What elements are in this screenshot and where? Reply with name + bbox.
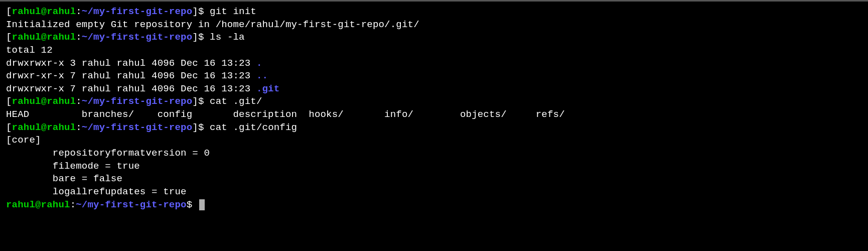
ls-row-3: drwxrwxr-x 7 rahul rahul 4096 Dec 16 13:… [6, 83, 862, 96]
user-host: rahul@rahul [12, 6, 76, 17]
cwd-path: ~/my-first-git-repo [76, 199, 186, 210]
bracket-open: [ [6, 32, 12, 43]
bracket-close: ] [192, 6, 198, 17]
bracket-close: ] [192, 32, 198, 43]
prompt-dollar: $ [187, 199, 198, 210]
cwd-path: ~/my-first-git-repo [82, 122, 192, 133]
ls-perms: drwxrwxr-x 7 rahul rahul 4096 Dec 16 13:… [6, 83, 256, 94]
prompt-colon: : [70, 199, 76, 210]
prompt-dollar: $ [198, 32, 210, 43]
bracket-open: [ [6, 96, 12, 107]
prompt-line-3: [rahul@rahul:~/my-first-git-repo]$ cat .… [6, 95, 862, 108]
command-text: cat .git/config [210, 122, 297, 133]
ls-dir-name: .git [256, 83, 279, 94]
prompt-dollar: $ [198, 122, 210, 133]
user-host: rahul@rahul [12, 96, 76, 107]
ls-total: total 12 [6, 44, 862, 57]
prompt-dollar: $ [198, 6, 210, 17]
command-text: ls -la [210, 32, 245, 43]
command-text: cat .git/ [210, 96, 262, 107]
output-git-init: Initialized empty Git repository in /hom… [6, 19, 862, 32]
prompt-colon: : [76, 6, 82, 17]
ls-perms: drwxrwxr-x 3 rahul rahul 4096 Dec 16 13:… [6, 58, 256, 69]
user-host: rahul@rahul [12, 32, 76, 43]
ls-dir-name: .. [256, 70, 268, 81]
prompt-line-current[interactable]: rahul@rahul:~/my-first-git-repo$ [6, 199, 862, 212]
user-host: rahul@rahul [12, 122, 76, 133]
command-text: git init [210, 6, 256, 17]
ls-dir-name: . [256, 58, 262, 69]
bracket-close: ] [192, 96, 198, 107]
prompt-line-4: [rahul@rahul:~/my-first-git-repo]$ cat .… [6, 121, 862, 135]
prompt-colon: : [76, 122, 82, 133]
user-host: rahul@rahul [6, 199, 70, 210]
config-line: logallrefupdates = true [6, 186, 862, 199]
prompt-dollar: $ [198, 96, 210, 107]
prompt-line-1: [rahul@rahul:~/my-first-git-repo]$ git i… [6, 6, 862, 19]
prompt-colon: : [76, 32, 82, 43]
ls-row-2: drwxr-xr-x 7 rahul rahul 4096 Dec 16 13:… [6, 70, 862, 83]
prompt-line-2: [rahul@rahul:~/my-first-git-repo]$ ls -l… [6, 31, 862, 44]
cwd-path: ~/my-first-git-repo [82, 6, 192, 17]
cwd-path: ~/my-first-git-repo [82, 32, 192, 43]
tab-completion-list: HEAD branches/ config description hooks/… [6, 108, 862, 121]
prompt-colon: : [76, 96, 82, 107]
config-line: bare = false [6, 173, 862, 186]
ls-perms: drwxr-xr-x 7 rahul rahul 4096 Dec 16 13:… [6, 70, 256, 81]
ls-row-1: drwxrwxr-x 3 rahul rahul 4096 Dec 16 13:… [6, 57, 862, 70]
config-line: filemode = true [6, 160, 862, 173]
config-line: repositoryformatversion = 0 [6, 147, 862, 160]
bracket-close: ] [192, 122, 198, 133]
cwd-path: ~/my-first-git-repo [82, 96, 192, 107]
config-section-header: [core] [6, 134, 862, 147]
cursor-icon [199, 199, 205, 210]
bracket-open: [ [6, 122, 12, 133]
bracket-open: [ [6, 6, 12, 17]
